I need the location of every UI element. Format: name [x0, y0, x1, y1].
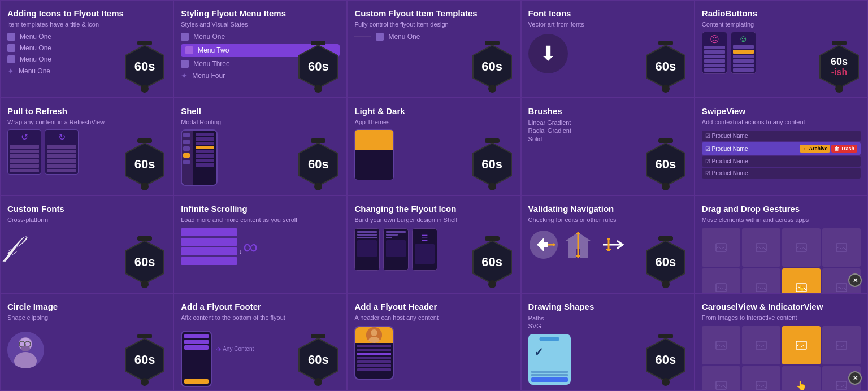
card-custom-flyout[interactable]: Custom Flyout Item Templates Fully contr…: [347, 0, 520, 98]
list-row: [10, 164, 39, 168]
bar: [181, 257, 237, 265]
content-row: [196, 150, 214, 153]
card-brushes[interactable]: Brushes Linear Gradient Radial Gradient …: [521, 98, 695, 196]
hexagon: 60s: [645, 240, 686, 285]
nav-dot: [183, 146, 190, 151]
person-avatar: [7, 332, 44, 368]
card-font-icons[interactable]: Font Icons Vector art from fonts ⬇ 60s: [521, 0, 695, 98]
menu-icon: [7, 33, 15, 41]
svg-point-36: [371, 329, 377, 336]
card-subtitle: Cross-platform: [7, 216, 166, 224]
card-subtitle: Vector art from fonts: [528, 20, 687, 28]
archive-button[interactable]: ← Archive: [800, 145, 830, 153]
radio-phone-2: ☺: [731, 32, 756, 74]
content-row: [196, 142, 214, 145]
circle-image: [7, 332, 44, 368]
radio-row: [733, 45, 754, 49]
img-cell: 👆: [782, 366, 821, 391]
device-top: [832, 41, 847, 45]
card-swipe-view[interactable]: SwipeView Add contextual actions to any …: [695, 98, 868, 196]
badge-text: 60s-ish: [831, 57, 848, 77]
card-title: Circle Image: [7, 302, 166, 312]
device-bottom: [835, 85, 843, 93]
badge-text: 60s: [481, 256, 502, 268]
hexagon: 60s: [645, 337, 686, 383]
card-pull-refresh[interactable]: Pull to Refresh Wrap any content in a Re…: [0, 98, 173, 196]
card-subtitle: Load more and more content as you scroll: [181, 216, 340, 224]
theme-phone: [354, 129, 394, 180]
hex-badge: 60s: [472, 44, 513, 89]
card-light-dark[interactable]: Light & Dark App Themes 60s: [347, 98, 520, 196]
radio-row: [733, 64, 754, 67]
img-cell: [822, 326, 861, 364]
radio-row: [733, 55, 754, 58]
hexagon: 60s: [298, 44, 338, 89]
card-drag-drop[interactable]: Drag and Drop Gestures Move elements wit…: [695, 196, 868, 293]
device-top: [137, 236, 152, 241]
card-circle-image[interactable]: Circle Image Shape clipping: [0, 293, 173, 391]
device-top: [658, 138, 673, 143]
badge-text: 60s: [655, 256, 676, 268]
card-subtitle: Fully control the flyout item design: [354, 20, 513, 28]
list-row: [10, 150, 39, 154]
card-subtitle-line1: Linear Gradient: [528, 119, 687, 127]
hex-badge: 60s: [645, 337, 686, 383]
badge-text: 60s: [134, 256, 155, 268]
hexagon: 60s: [472, 142, 513, 187]
device-top: [137, 41, 152, 45]
content-row: [357, 368, 391, 371]
flyout-phone-2: [383, 228, 409, 271]
card-custom-fonts[interactable]: Custom Fonts Cross-platform 𝒻 60s: [0, 196, 173, 293]
avatar-svg: [366, 327, 382, 343]
card-flyout-header[interactable]: Add a Flyout Header A header can host an…: [347, 293, 520, 391]
card-flyout-icon[interactable]: Changing the Flyout Icon Build your own …: [347, 196, 520, 293]
card-title: Custom Fonts: [7, 204, 166, 214]
card-subtitle: Styles and Visual States: [181, 20, 340, 28]
device-top: [485, 41, 500, 45]
flyout-line: [386, 234, 398, 236]
bar-with-arrow: ↓: [181, 247, 237, 255]
trash-button[interactable]: 🗑 Trash: [831, 145, 857, 153]
hex-badge: 60s: [124, 240, 165, 285]
hex-badge: 60s: [124, 337, 165, 383]
list-widget: ↺: [7, 129, 41, 175]
card-subtitle: Build your own burger design in Shell: [354, 216, 513, 224]
list-item: Menu One: [181, 33, 340, 41]
card-styling-flyout[interactable]: Styling Flyout Menu Items Styles and Vis…: [173, 0, 347, 98]
list-row: [47, 169, 76, 173]
swipe-actions: ← Archive 🗑 Trash: [800, 145, 857, 153]
flyout-bar: [184, 345, 209, 350]
down-arrow: ↓: [238, 247, 242, 255]
card-validating-nav[interactable]: Validating Navigation Checking for edits…: [521, 196, 695, 293]
card-shell[interactable]: Shell Modal Routing: [173, 98, 347, 196]
hexagon: 60s: [124, 142, 165, 187]
card-drawing-shapes[interactable]: Drawing Shapes Paths SVG ✓ 60s: [521, 293, 695, 391]
refresh-icon: ↺: [10, 132, 39, 142]
card-adding-icons[interactable]: Adding Icons to Flyout Items Item templa…: [0, 0, 173, 98]
flyout-line: [386, 237, 392, 238]
device-top: [137, 138, 152, 143]
menu-icon: [181, 33, 189, 41]
radio-row: [704, 50, 725, 54]
infinity-icon: ∞: [243, 235, 258, 259]
card-infinite-scroll[interactable]: Infinite Scrolling Load more and more co…: [173, 196, 347, 293]
card-radio-buttons[interactable]: RadioButtons Content templating ☹ ☺: [695, 0, 868, 98]
badge-text: 60s: [655, 60, 676, 73]
hexagon: 60s: [124, 337, 165, 383]
card-flyout-footer[interactable]: Add a Flyout Footer Afix content to the …: [173, 293, 347, 391]
card-subtitle: Shape clipping: [7, 314, 166, 322]
card-subtitle: From images to interactive content: [702, 314, 861, 322]
paths-label: Paths: [528, 314, 687, 322]
card-title: Brushes: [528, 106, 687, 116]
card-carousel-view[interactable]: CarouselView & IndicatorView From images…: [695, 293, 868, 391]
card-subtitle: Checking for edits or other rules: [528, 216, 687, 224]
card-title: Pull to Refresh: [7, 106, 166, 116]
content-row: [357, 364, 391, 367]
card-subtitle: Modal Routing: [181, 118, 340, 126]
scroll-bars: ↓: [181, 228, 237, 265]
card-title: Adding Icons to Flyout Items: [7, 8, 166, 19]
list-row: [10, 159, 39, 163]
hex-badge: 60s: [298, 337, 338, 383]
radio-phone-1: ☹: [702, 32, 727, 74]
device-bottom: [488, 183, 496, 190]
